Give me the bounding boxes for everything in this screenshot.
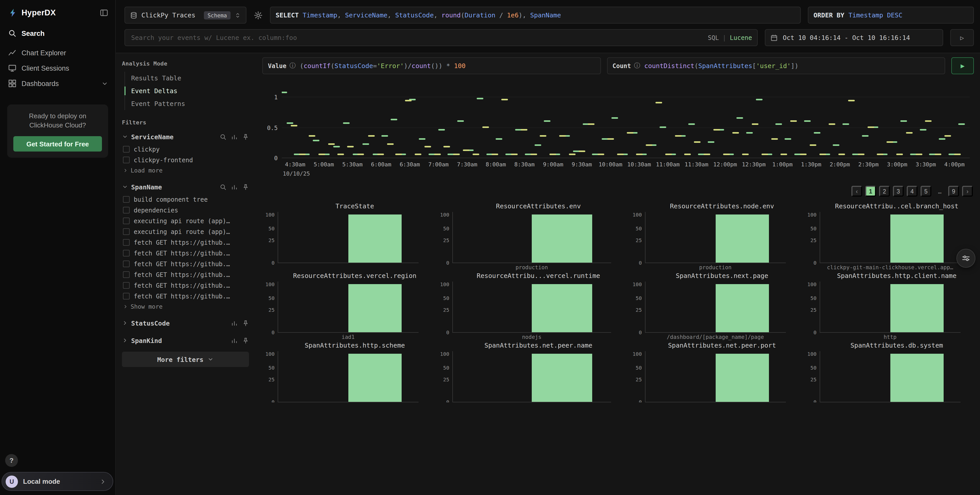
sidebar-item-chart-explorer[interactable]: Chart Explorer	[0, 45, 115, 60]
bar[interactable]	[890, 354, 943, 402]
checkbox[interactable]	[123, 293, 130, 300]
load-more-link[interactable]: Load more	[122, 165, 249, 176]
checkbox[interactable]	[123, 271, 130, 278]
date-range-picker[interactable]: Oct 10 04:16:14 - Oct 10 16:16:14	[765, 29, 943, 46]
analysis-mode-event-deltas[interactable]: Event Deltas	[131, 84, 249, 97]
chart-plot-area[interactable]	[278, 282, 418, 333]
pin-icon[interactable]	[242, 184, 249, 190]
value-expression-field[interactable]: Value ⓘ (countIf(StatusCode='Error')/cou…	[262, 57, 601, 74]
sql-select-editor[interactable]: SELECT Timestamp, ServiceName, StatusCod…	[270, 7, 801, 24]
filter-group-header-servicename[interactable]: ServiceName	[122, 130, 249, 143]
run-search-button[interactable]: ▷	[950, 29, 974, 46]
mode-sql[interactable]: SQL	[708, 34, 719, 41]
chart-plot-area[interactable]	[452, 212, 611, 263]
chart-plot-area[interactable]	[452, 351, 611, 402]
pin-icon[interactable]	[242, 320, 249, 326]
bar[interactable]	[716, 284, 769, 332]
bar[interactable]	[716, 354, 769, 402]
bar[interactable]	[532, 354, 592, 402]
filter-checkbox-item[interactable]: fetch GET https://github.…	[123, 248, 249, 259]
filter-checkbox-item[interactable]: fetch GET https://github.…	[123, 259, 249, 269]
sidebar-item-search[interactable]: Search	[0, 25, 115, 41]
sidebar-item-dashboards[interactable]: Dashboards	[0, 76, 115, 91]
filter-checkbox-item[interactable]: fetch GET https://github.…	[123, 237, 249, 248]
more-filters-button[interactable]: More filters	[122, 352, 249, 367]
pagination-page-5[interactable]: 5	[921, 186, 931, 197]
checkbox[interactable]	[123, 250, 130, 257]
chart-plot-area[interactable]	[820, 282, 961, 333]
checkbox[interactable]	[123, 217, 130, 224]
help-button[interactable]: ?	[5, 454, 18, 467]
chart-plot-area[interactable]	[278, 212, 418, 263]
chart-plot-area[interactable]	[645, 351, 786, 402]
deltas-plot-area[interactable]	[282, 82, 970, 158]
pagination-page-4[interactable]: 4	[907, 186, 918, 197]
checkbox[interactable]	[123, 157, 130, 163]
collapse-sidebar-icon[interactable]	[100, 9, 108, 17]
checkbox[interactable]	[123, 196, 130, 203]
filter-checkbox-item[interactable]: fetch GET https://github.…	[123, 280, 249, 291]
search-input-field[interactable]: SQL | Lucene	[124, 29, 758, 46]
pagination-next[interactable]: ›	[962, 186, 973, 197]
bar[interactable]	[348, 284, 402, 332]
pin-icon[interactable]	[242, 337, 249, 344]
sidebar-item-client-sessions[interactable]: Client Sessions	[0, 60, 115, 76]
search-icon[interactable]	[220, 133, 226, 140]
chart-plot-area[interactable]	[645, 282, 786, 333]
analysis-mode-event-patterns[interactable]: Event Patterns	[131, 97, 249, 110]
chart-plot-area[interactable]	[820, 351, 961, 402]
filter-checkbox-item[interactable]: executing api route (app)…	[123, 226, 249, 237]
filter-checkbox-item[interactable]: clickpy	[123, 144, 249, 155]
search-icon[interactable]	[220, 184, 226, 190]
mode-lucene[interactable]: Lucene	[730, 34, 752, 41]
bar[interactable]	[348, 214, 402, 263]
bar[interactable]	[716, 214, 769, 263]
bar[interactable]	[348, 354, 402, 402]
get-started-button[interactable]: Get Started for Free	[13, 136, 102, 152]
checkbox[interactable]	[123, 228, 130, 235]
filter-checkbox-item[interactable]: fetch GET https://github.…	[123, 291, 249, 301]
filter-checkbox-item[interactable]: executing api route (app)…	[123, 216, 249, 226]
order-by-field[interactable]: ORDER BY Timestamp DESC	[808, 7, 974, 24]
count-expression-field[interactable]: Count ⓘ countDistinct(SpanAttributes['us…	[607, 57, 945, 74]
filter-checkbox-item[interactable]: clickpy-frontend	[123, 155, 249, 165]
chart-plot-area[interactable]	[278, 351, 418, 402]
chart-settings-floating-button[interactable]	[956, 249, 975, 268]
barchart-icon[interactable]	[231, 320, 238, 326]
settings-gear-icon[interactable]	[254, 11, 263, 20]
filter-group-header-spankind[interactable]: SpanKind	[122, 334, 249, 347]
checkbox[interactable]	[123, 260, 130, 267]
search-input[interactable]	[130, 33, 704, 42]
bar[interactable]	[890, 214, 943, 263]
checkbox[interactable]	[123, 146, 130, 152]
source-select[interactable]: ClickPy Traces Schema	[124, 7, 247, 24]
pin-icon[interactable]	[242, 133, 249, 140]
barchart-icon[interactable]	[231, 133, 238, 140]
filter-checkbox-item[interactable]: build component tree	[123, 194, 249, 205]
analysis-mode-results-table[interactable]: Results Table	[131, 72, 249, 84]
pagination-prev[interactable]: ‹	[851, 186, 862, 197]
barchart-icon[interactable]	[231, 337, 238, 344]
filter-checkbox-item[interactable]: dependencies	[123, 205, 249, 216]
checkbox[interactable]	[123, 239, 130, 246]
filter-group-header-statuscode[interactable]: StatusCode	[122, 317, 249, 329]
checkbox[interactable]	[123, 282, 130, 289]
show-more-link[interactable]: Show more	[122, 301, 249, 312]
local-mode-pill[interactable]: U Local mode	[2, 472, 113, 491]
pagination-page-9[interactable]: 9	[948, 186, 959, 197]
bar[interactable]	[532, 284, 592, 332]
pagination-page-3[interactable]: 3	[893, 186, 904, 197]
y-tick-label: 0	[813, 330, 816, 335]
run-chart-button[interactable]: ▶	[951, 57, 974, 74]
chart-plot-area[interactable]	[645, 212, 786, 263]
chart-plot-area[interactable]	[820, 212, 961, 263]
pagination-page-1[interactable]: 1	[865, 186, 876, 197]
checkbox[interactable]	[123, 207, 130, 213]
barchart-icon[interactable]	[231, 184, 238, 190]
bar[interactable]	[890, 284, 943, 332]
bar[interactable]	[532, 214, 592, 263]
filter-checkbox-item[interactable]: fetch GET https://github.…	[123, 269, 249, 280]
pagination-page-2[interactable]: 2	[879, 186, 890, 197]
chart-plot-area[interactable]	[452, 282, 611, 333]
filter-group-header-spanname[interactable]: SpanName	[122, 181, 249, 193]
